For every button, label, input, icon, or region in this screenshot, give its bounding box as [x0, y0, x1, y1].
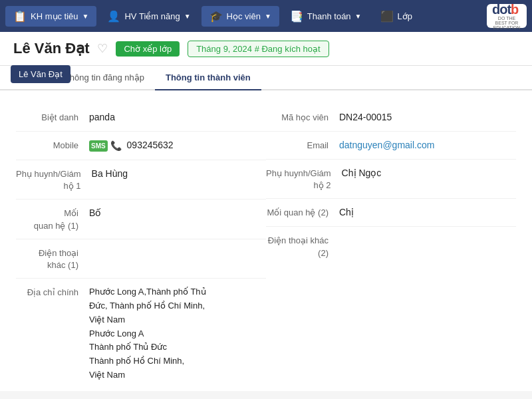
nav-kh-muc-tieu[interactable]: 📋 KH mục tiêu ▼ [5, 6, 96, 27]
info-grid: Biệt danh panda Mobile SMS 📞 093245632 P… [16, 104, 516, 389]
tab-thong-tin-thanh-vien[interactable]: Thông tin thành viên [155, 66, 261, 90]
label-ma-hv: Mã học viên [266, 110, 339, 124]
label-mobile: Mobile [16, 138, 89, 152]
value-quan-he-2: Chị [339, 205, 516, 219]
value-ma-hv: DN24-00015 [339, 110, 516, 124]
label-dien-thoai-1: Điện thoạikhác (1) [16, 246, 89, 271]
label-biet-danh: Biệt danh [16, 110, 89, 124]
info-row-dien-thoai-2: Điện thoại khác(2) [266, 227, 516, 265]
badge-waiting: Chờ xếp lớp [116, 41, 180, 57]
student-name: Lê Văn Đạt [13, 40, 89, 57]
info-left-column: Biệt danh panda Mobile SMS 📞 093245632 P… [16, 104, 266, 389]
sms-icon[interactable]: SMS [89, 140, 108, 152]
chevron-down-icon: ▼ [184, 13, 191, 20]
nav-lop[interactable]: ⬛ Lớp [372, 6, 420, 27]
logo: dotb DO THE BEST FOR EDUCATION [487, 4, 527, 28]
sub-tabs: quan Thông tin đăng nhập Thông tin thành… [0, 66, 532, 90]
info-row-email: Email datnguyen@gmail.com [266, 132, 516, 160]
student-tooltip: Lê Văn Đạt [11, 65, 70, 83]
mobile-icons: SMS 📞 [89, 139, 122, 153]
chevron-down-icon: ▼ [355, 13, 362, 20]
main-content: Biệt danh panda Mobile SMS 📞 093245632 P… [0, 90, 532, 391]
label-quan-he-1: Mốiquan hệ (1) [16, 206, 89, 231]
info-row-dien-thoai-1: Điện thoạikhác (1) [16, 239, 266, 279]
chevron-down-icon: ▼ [82, 13, 89, 20]
label-dia-chi: Địa chỉ chính [16, 285, 89, 299]
label-phu-huynh-2: Phụ huynh/Giámhộ 2 [266, 166, 342, 192]
info-row-quan-he-2: Mối quan hệ (2) Chị [266, 199, 516, 227]
info-row-ma-hv: Mã học viên DN24-00015 [266, 104, 516, 132]
info-row-phu-huynh-2: Phụ huynh/Giámhộ 2 Chị Ngọc [266, 160, 516, 199]
nav-hoc-vien-icon: 🎓 [209, 10, 223, 23]
info-row-phu-huynh-1: Phụ huynh/Giámhộ 1 Ba Hùng [16, 160, 266, 200]
value-biet-danh: panda [89, 110, 266, 124]
value-phu-huynh-1: Ba Hùng [92, 167, 266, 181]
nav-hv-tiem-nang[interactable]: 👤 HV Tiềm năng ▼ [99, 6, 198, 27]
student-header: Lê Văn Đạt ♡ Chờ xếp lớp Tháng 9, 2024 #… [0, 32, 532, 66]
label-email: Email [266, 138, 339, 152]
nav-hv-icon: 👤 [107, 10, 120, 23]
label-dien-thoai-2: Điện thoại khác(2) [266, 233, 339, 259]
info-row-biet-danh: Biệt danh panda [16, 104, 266, 132]
phone-icon[interactable]: 📞 [110, 139, 122, 153]
badge-month: Tháng 9, 2024 # Đang kích hoạt [188, 41, 329, 57]
heart-icon[interactable]: ♡ [97, 41, 108, 56]
nav-hoc-vien[interactable]: 🎓 Học viên ▼ [201, 6, 279, 27]
nav-thanh-toan[interactable]: 📑 Thanh toán ▼ [282, 6, 370, 27]
label-quan-he-2: Mối quan hệ (2) [266, 205, 339, 219]
info-row-mobile: Mobile SMS 📞 093245632 [16, 132, 266, 160]
info-row-dia-chi: Địa chỉ chính Phước Long A,Thành phố Thủ… [16, 279, 266, 389]
value-dia-chi: Phước Long A,Thành phố Thủ Đức, Thành ph… [89, 285, 266, 382]
chevron-down-icon: ▼ [265, 13, 271, 20]
value-phu-huynh-2: Chị Ngọc [342, 166, 516, 180]
info-row-quan-he-1: Mốiquan hệ (1) Bố [16, 200, 266, 239]
nav-lop-icon: ⬛ [380, 10, 394, 23]
nav-thanh-toan-icon: 📑 [290, 10, 303, 23]
nav-kh-muc-tieu-icon: 📋 [13, 10, 27, 23]
value-email: datnguyen@gmail.com [339, 138, 516, 152]
info-right-column: Mã học viên DN24-00015 Email datnguyen@g… [266, 104, 516, 389]
top-navigation: 📋 KH mục tiêu ▼ 👤 HV Tiềm năng ▼ 🎓 Học v… [0, 0, 532, 32]
value-mobile: SMS 📞 093245632 [89, 138, 266, 153]
value-quan-he-1: Bố [89, 206, 266, 220]
label-phu-huynh-1: Phụ huynh/Giámhộ 1 [16, 167, 92, 192]
